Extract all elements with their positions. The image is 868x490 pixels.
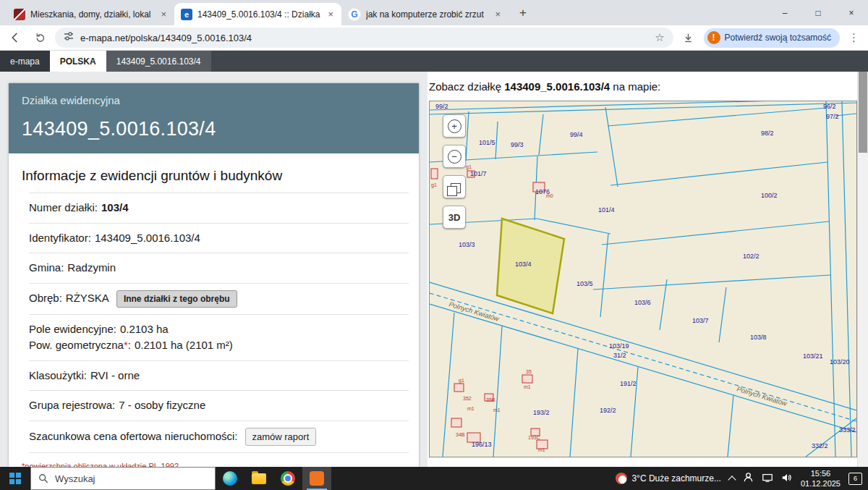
parcel-id-title: 143409_5.0016.103/4 xyxy=(22,118,419,140)
field-value: 0.2103 ha xyxy=(120,323,169,335)
tab-title: 143409_5.0016.103/4 :: Działka xyxy=(197,9,321,20)
tab-close-icon[interactable]: × xyxy=(493,9,502,20)
info-row: Klasoużytki:RVI - orne xyxy=(29,361,409,392)
parcel-label: 99/2 xyxy=(435,103,448,110)
tab-title: Mieszkania, domy, działki, lokal xyxy=(30,9,154,20)
site-info-icon[interactable] xyxy=(64,31,74,44)
page-scrollbar[interactable] xyxy=(857,72,868,467)
building-label: m1 xyxy=(524,384,531,389)
field-value: 0.2101 ha (2101 m²) xyxy=(135,339,233,351)
taskbar-weather[interactable]: 3°C Duże zachmurze... xyxy=(616,473,721,484)
field-label: Gmina: xyxy=(29,261,64,274)
taskbar-explorer-icon xyxy=(252,473,266,484)
volume-icon[interactable] xyxy=(781,473,793,485)
url-text[interactable]: e-mapa.net/polska/143409_5.0016.103/4 xyxy=(80,33,648,43)
building-label: m1 xyxy=(538,447,545,452)
page-content: Działka ewidencyjna 143409_5.0016.103/4 … xyxy=(0,72,858,467)
notification-center-icon[interactable]: 6 xyxy=(848,473,862,485)
scrollbar-thumb[interactable] xyxy=(859,72,867,153)
field-value: 7 - osoby fizyczne xyxy=(119,399,205,411)
windows-taskbar: Wyszukaj 3°C Duże zachmurze... 15:56 01.… xyxy=(0,467,868,490)
download-icon[interactable] xyxy=(679,28,698,47)
user-icon[interactable] xyxy=(743,472,754,485)
map-heading-suffix: na mapie: xyxy=(610,80,660,93)
parcel-label: 332/2 xyxy=(812,442,828,449)
field-value: 103/4 xyxy=(101,201,129,214)
browser-menu-icon[interactable]: ⋮ xyxy=(846,31,862,44)
parcel-label: 191/2 xyxy=(620,380,637,387)
bookmark-star-icon[interactable]: ☆ xyxy=(655,31,664,44)
layers-icon xyxy=(451,183,461,193)
field-label: Identyfikator: xyxy=(29,232,91,244)
search-placeholder: Wyszukaj xyxy=(55,473,95,484)
clock-time: 15:56 xyxy=(801,468,841,478)
taskbar-browser-button[interactable] xyxy=(302,467,331,490)
tray-chevron-icon[interactable] xyxy=(728,476,736,483)
tab-close-icon[interactable]: × xyxy=(159,9,168,20)
start-button[interactable] xyxy=(0,467,30,490)
parcel-label: 99/3 xyxy=(511,141,524,148)
identity-confirm-button[interactable]: ! Potwierdź swoją tożsamość xyxy=(704,28,840,48)
emapa-brand[interactable]: e-mapa xyxy=(0,51,50,72)
layers-button[interactable] xyxy=(443,175,466,198)
zoom-in-button-icon: + xyxy=(448,119,461,133)
parcel-label: 103/6 xyxy=(634,299,651,306)
field-label: Szacunkowa cena ofertowa nieruchomości: xyxy=(29,430,238,442)
maximize-button[interactable]: □ xyxy=(801,0,835,25)
building-label: 35B xyxy=(486,397,495,402)
zoom-out-button[interactable]: − xyxy=(443,145,466,168)
minimize-button[interactable]: – xyxy=(768,0,801,25)
browser-tab[interactable]: Mieszkania, domy, działki, lokal× xyxy=(7,3,174,25)
taskbar-clock[interactable]: 15:56 01.12.2025 xyxy=(801,468,841,489)
back-icon[interactable] xyxy=(6,28,25,47)
info-row: Identyfikator:143409_5.0016.103/4 xyxy=(29,224,409,254)
emapa-tab-polska[interactable]: POLSKA xyxy=(50,51,106,72)
field-label: Grupa rejestrowa: xyxy=(29,399,115,411)
parcel-label: 103/8 xyxy=(750,334,767,341)
parcel-info-card: Działka ewidencyjna 143409_5.0016.103/4 … xyxy=(9,83,419,467)
parcel-label: 193/2 xyxy=(533,409,550,416)
system-tray: 3°C Duże zachmurze... 15:56 01.12.2025 6 xyxy=(616,468,868,489)
parcel-label: 196/13 xyxy=(472,441,492,448)
building-label: 193C xyxy=(528,435,540,440)
footnote: *powierzchnia obliczona w układzie PL-19… xyxy=(22,462,419,468)
tab-title: jak na komputerze zrobić zrzut xyxy=(366,9,488,20)
parcel-label: 103/20 xyxy=(830,358,850,366)
close-button[interactable]: × xyxy=(835,0,868,25)
browser-toolbar: e-mapa.net/polska/143409_5.0016.103/4 ☆ … xyxy=(0,25,868,51)
reload-icon[interactable] xyxy=(30,28,49,47)
building-label: 34B xyxy=(456,432,465,437)
realestate-favicon-icon xyxy=(14,9,25,20)
new-tab-button[interactable]: + xyxy=(513,3,533,23)
zoom-in-button[interactable]: + xyxy=(443,114,466,138)
info-row: Numer działki:103/4 xyxy=(29,193,409,224)
tab-close-icon[interactable]: × xyxy=(326,9,335,20)
3d-button[interactable]: 3D xyxy=(443,206,466,229)
field-value: RVI - orne xyxy=(90,369,140,381)
section-title-grunty: Informacje z ewidencji gruntów i budynkó… xyxy=(9,162,419,193)
weather-text: 3°C Duże zachmurze... xyxy=(631,473,721,483)
network-icon[interactable] xyxy=(762,473,773,485)
windows-logo-icon xyxy=(9,473,21,484)
browser-tab[interactable]: Gjak na komputerze zrobić zrzut× xyxy=(341,3,509,25)
parcel-label: 103/7 xyxy=(692,317,709,324)
taskbar-edge-button[interactable] xyxy=(216,467,244,490)
taskbar-chrome-button[interactable] xyxy=(273,467,302,490)
identity-alert-icon: ! xyxy=(707,31,720,44)
emapa-tab-parcel[interactable]: 143409_5.0016.103/4 xyxy=(106,51,211,72)
taskbar-search[interactable]: Wyszukaj xyxy=(30,467,216,490)
taskbar-explorer-button[interactable] xyxy=(244,467,273,490)
field-value: 143409_5.0016.103/4 xyxy=(95,232,200,244)
info-row: Pole ewidencyjne:0.2103 haPow. geometryc… xyxy=(29,315,409,361)
other-parcels-button[interactable]: Inne działki z tego obrębu xyxy=(116,290,237,308)
field-label: Obręb: xyxy=(29,292,62,304)
cadastral-map[interactable]: g1g1m035m1g135235Bm1m134B193Cm1 Polnych … xyxy=(429,101,857,457)
clock-date: 01.12.2025 xyxy=(801,478,841,489)
browser-tab[interactable]: e143409_5.0016.103/4 :: Działka× xyxy=(174,3,341,25)
window-controls: – □ × xyxy=(768,0,868,25)
parcel-label: 1076 xyxy=(535,188,550,195)
parcel-card-header: Działka ewidencyjna 143409_5.0016.103/4 xyxy=(9,83,419,153)
address-bar[interactable]: e-mapa.net/polska/143409_5.0016.103/4 ☆ xyxy=(55,28,673,48)
order-report-button[interactable]: zamów raport xyxy=(245,428,317,446)
building-outline xyxy=(451,418,461,427)
